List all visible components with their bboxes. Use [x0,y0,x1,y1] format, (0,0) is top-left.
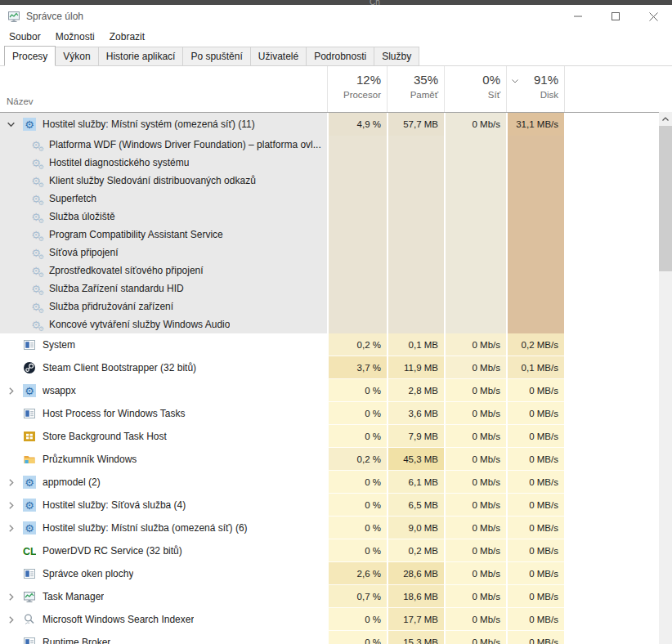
process-name-cell[interactable]: Síťová připojení [0,244,327,262]
expand-chevron-icon[interactable] [7,593,23,602]
process-name-cell[interactable]: appmodel (2) [0,471,327,494]
process-row[interactable]: Klient služby Sledování distribuovaných … [0,172,659,190]
vertical-scrollbar[interactable] [659,112,672,644]
process-name-cell[interactable]: Host Process for Windows Tasks [0,402,327,425]
process-name-cell[interactable]: Klient služby Sledování distribuovaných … [0,172,327,190]
process-name-cell[interactable]: CLPowerDVD RC Service (32 bitů) [0,539,327,562]
process-row[interactable]: Průzkumník Windows0,2 %45,3 MB0 Mb/s0 MB… [0,448,659,471]
process-name-cell[interactable]: Hostitel služby: Síťová služba (4) [0,494,327,517]
scrollbar-thumb[interactable] [659,126,672,271]
network-cell [444,297,506,315]
column-header-disk[interactable]: 91%Disk [506,66,564,112]
process-name-cell[interactable]: Platforma WDF (Windows Driver Foundation… [0,136,327,154]
network-cell: 0 Mb/s [444,448,506,471]
memory-cell: 18,6 MB [387,585,444,608]
process-row[interactable]: Host Process for Windows Tasks0 %3,6 MB0… [0,402,659,425]
process-name-cell[interactable]: Koncové vytváření služby Windows Audio [0,315,327,333]
process-row[interactable]: Služba úložiště [0,208,659,226]
process-name-cell[interactable]: Superfetch [0,190,327,208]
process-row[interactable]: Steam Client Bootstrapper (32 bitů)3,7 %… [0,356,659,379]
process-row[interactable]: Služba přidružování zařízení [0,297,659,315]
process-row[interactable]: Platforma WDF (Windows Driver Foundation… [0,136,659,154]
process-name-cell[interactable]: Služba přidružování zařízení [0,297,327,315]
titlebar: Správce úloh [0,5,672,28]
background-window-fragment: Ch [370,0,380,5]
process-row[interactable]: Runtime Broker0 %15,3 MB0 Mb/s0 MB/s [0,631,659,644]
process-name-cell[interactable]: Runtime Broker [0,631,327,644]
process-name-cell[interactable]: Správce oken plochy [0,562,327,585]
process-row[interactable]: CLPowerDVD RC Service (32 bitů)0 %0,2 MB… [0,539,659,562]
process-name-cell[interactable]: Průzkumník Windows [0,448,327,471]
tab-v-kon[interactable]: Výkon [55,47,98,66]
network-cell: 0 Mb/s [444,585,506,608]
expand-chevron-icon[interactable] [7,478,23,487]
process-name-cell[interactable]: Hostitel služby: Místní systém (omezená … [0,113,327,136]
menu-moznosti[interactable]: Možnosti [48,29,102,45]
process-row[interactable]: Store Background Task Host0 %7,9 MB0 Mb/… [0,425,659,448]
process-row[interactable]: System0,2 %0,1 MB0 Mb/s0,2 MB/s [0,333,659,356]
taskmgr-icon [23,590,36,603]
process-name-cell[interactable]: Task Manager [0,585,327,608]
close-button[interactable] [634,5,672,28]
maximize-button[interactable] [597,5,634,28]
menu-soubor[interactable]: Soubor [2,29,48,45]
process-name-cell[interactable]: System [0,333,327,356]
process-name-cell[interactable]: Steam Client Bootstrapper (32 bitů) [0,356,327,379]
process-row[interactable]: Správce oken plochy2,6 %28,6 MB0 Mb/s0 M… [0,562,659,585]
row-filler [564,297,659,315]
process-name-cell[interactable]: Služba úložiště [0,208,327,226]
row-filler [564,379,659,402]
process-name-cell[interactable]: Služba Zařízení standardu HID [0,280,327,297]
memory-cell: 3,6 MB [387,402,444,425]
tab-procesy[interactable]: Procesy [4,46,56,66]
process-name-cell[interactable]: Hostitel diagnostického systému [0,154,327,172]
task-manager-window: Ch Správce úloh Soubor Možnosti Zobrazit… [0,0,672,644]
process-row[interactable]: appmodel (2)0 %6,1 MB0 Mb/s0 MB/s [0,471,659,494]
process-name: Správce oken plochy [43,568,133,579]
process-name-cell[interactable]: Hostitel služby: Místní služba (omezená … [0,517,327,539]
cpu-cell: 0 % [327,494,387,517]
column-header-pam-[interactable]: 35%Paměť [387,66,444,112]
scrollbar-up-arrow-icon[interactable] [659,112,672,126]
minimize-button[interactable] [559,5,597,28]
process-name: Program Compatibility Assistant Service [49,229,223,240]
tab-historie-aplikac-[interactable]: Historie aplikací [98,47,184,66]
process-row[interactable]: Hostitel služby: Síťová služba (4)0 %6,5… [0,494,659,517]
memory-cell: 57,7 MB [387,113,444,136]
column-header-s-[interactable]: 0%Síť [444,66,506,112]
process-row[interactable]: Hostitel diagnostického systému [0,154,659,172]
disk-cell: 0 MB/s [506,539,564,562]
process-name-cell[interactable]: wsappx [0,379,327,402]
column-header-name[interactable]: Název [7,96,34,106]
process-row[interactable]: Superfetch [0,190,659,208]
process-row[interactable]: Microsoft Windows Search Indexer0 %17,7 … [0,608,659,631]
process-row[interactable]: Task Manager0,7 %18,6 MB0 Mb/s0 MB/s [0,585,659,608]
tab-u-ivatel-[interactable]: Uživatelé [250,47,307,66]
process-name-cell[interactable]: Program Compatibility Assistant Service [0,226,327,244]
process-row[interactable]: Zprostředkovatel síťového připojení [0,262,659,280]
collapse-chevron-icon[interactable] [7,120,23,129]
tab-po-spu-t-n-[interactable]: Po spuštění [182,47,250,66]
process-row[interactable]: Program Compatibility Assistant Service [0,226,659,244]
menu-zobrazit[interactable]: Zobrazit [102,29,152,45]
expand-chevron-icon[interactable] [7,524,23,533]
expand-chevron-icon[interactable] [7,501,23,510]
process-row[interactable]: Síťová připojení [0,244,659,262]
disk-cell [506,190,564,208]
process-name: Hostitel služby: Síťová služba (4) [43,499,186,511]
column-header-procesor[interactable]: 12%Procesor [327,66,387,112]
network-cell: 0 Mb/s [444,425,506,448]
process-name-cell[interactable]: Store Background Task Host [0,425,327,448]
expand-chevron-icon[interactable] [7,387,23,396]
tab-podrobnosti[interactable]: Podrobnosti [306,47,374,66]
process-row[interactable]: Koncové vytváření služby Windows Audio [0,315,659,333]
process-name-cell[interactable]: Zprostředkovatel síťového připojení [0,262,327,280]
process-row[interactable]: Hostitel služby: Místní služba (omezená … [0,517,659,539]
process-name: Služba úložiště [49,211,115,222]
process-row[interactable]: Služba Zařízení standardu HID [0,280,659,297]
process-name-cell[interactable]: Microsoft Windows Search Indexer [0,608,327,631]
tab-slu-by[interactable]: Služby [374,47,419,66]
expand-chevron-icon[interactable] [7,615,23,624]
process-row[interactable]: wsappx0 %2,8 MB0 Mb/s0 MB/s [0,379,659,402]
process-row[interactable]: Hostitel služby: Místní systém (omezená … [0,113,659,136]
